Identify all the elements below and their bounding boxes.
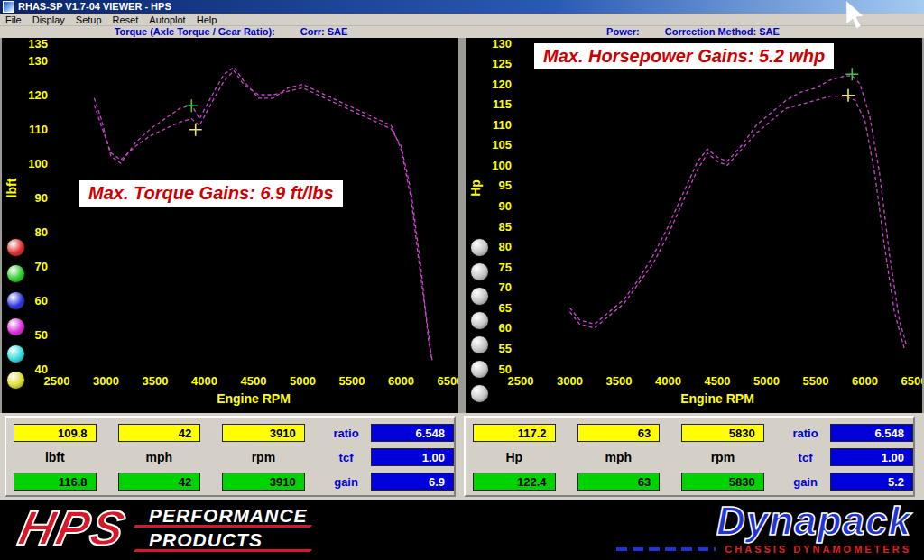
torque-run1-value: 109.8 <box>14 424 97 442</box>
menu-setup[interactable]: Setup <box>70 14 107 26</box>
torque-header: Torque (Axle Torque / Gear Ratio): Corr:… <box>0 26 462 38</box>
power-ratio-label: ratio <box>786 427 826 440</box>
power-run1-row: 117.2 63 5830 ratio 6.548 <box>473 424 913 442</box>
app-icon <box>3 1 14 13</box>
chart-header-strip: Torque (Axle Torque / Gear Ratio): Corr:… <box>0 26 924 38</box>
channel-button[interactable] <box>6 238 25 257</box>
power-mph-header: mph <box>578 450 661 464</box>
hps-wordmark: HPS <box>14 500 132 555</box>
torque-run2-speed: 42 <box>118 473 201 491</box>
torque-header-title: Torque (Axle Torque / Gear Ratio): <box>115 26 275 38</box>
power-run1-rpm: 5830 <box>681 424 764 442</box>
channel-button[interactable] <box>470 360 489 379</box>
power-run2-rpm: 5830 <box>681 473 764 491</box>
channel-button[interactable] <box>6 371 25 390</box>
torque-chart-panel: 1351301201101009080706050402500300035004… <box>2 38 458 413</box>
channel-button[interactable] <box>6 344 25 363</box>
power-rpm-header: rpm <box>681 450 764 464</box>
channel-button[interactable] <box>470 238 489 257</box>
channel-button[interactable] <box>6 291 25 310</box>
power-tcf-value: 1.00 <box>830 448 913 466</box>
torque-run1-row: 109.8 42 3910 ratio 6.548 <box>14 424 454 442</box>
torque-gain-label: gain <box>327 475 366 489</box>
power-chart-panel: 1301251201151101051009590858075706560555… <box>466 38 922 413</box>
torque-channel-buttons <box>2 38 458 413</box>
menu-help[interactable]: Help <box>191 14 223 26</box>
torque-mph-header: mph <box>118 450 201 464</box>
torque-rpm-header: rpm <box>222 450 305 464</box>
torque-run2-value: 116.8 <box>14 473 97 491</box>
power-ratio-value: 6.548 <box>830 424 913 442</box>
power-run1-value: 117.2 <box>473 424 556 442</box>
torque-tcf-label: tcf <box>327 451 366 464</box>
menu-bar: File Display Setup Reset Autoplot Help <box>0 14 924 26</box>
hps-logo: HPS PERFORMANCE PRODUCTS <box>20 500 308 555</box>
power-header-title: Power: <box>606 26 640 38</box>
channel-button[interactable] <box>470 335 489 354</box>
torque-headers-row: lbft mph rpm tcf 1.00 <box>14 448 454 466</box>
torque-ratio-label: ratio <box>327 427 366 440</box>
torque-data-panel: 109.8 42 3910 ratio 6.548 lbft mph rpm t… <box>5 416 456 497</box>
torque-header-corr: Corr: SAE <box>300 26 348 38</box>
power-gain-label: gain <box>786 475 826 489</box>
menu-reset[interactable]: Reset <box>107 14 144 26</box>
dynapack-tagline: CHASSIS DYNAMOMETERS <box>725 544 911 555</box>
hps-performance-text: PERFORMANCE <box>149 503 308 528</box>
logo-strip: HPS PERFORMANCE PRODUCTS Dynapack CHASSI… <box>0 500 924 560</box>
torque-ratio-value: 6.548 <box>371 424 454 442</box>
power-gains-annotation: Max. Horsepower Gains: 5.2 whp <box>534 43 834 69</box>
dynapack-logo: Dynapack CHASSIS DYNAMOMETERS <box>616 500 911 555</box>
title-bar[interactable]: RHAS-SP V1.7-04 VIEWER - HPS <box>0 0 924 14</box>
power-run2-speed: 63 <box>578 473 661 491</box>
power-header-corr: Correction Method: SAE <box>665 26 780 38</box>
power-run2-value: 122.4 <box>473 473 556 491</box>
power-data-panel: 117.2 63 5830 ratio 6.548 Hp mph rpm tcf… <box>464 416 915 497</box>
torque-unit-header: lbft <box>14 450 97 464</box>
torque-run1-speed: 42 <box>118 424 201 442</box>
channel-button[interactable] <box>6 264 25 283</box>
app-window: RHAS-SP V1.7-04 VIEWER - HPS File Displa… <box>0 0 924 560</box>
torque-tcf-value: 1.00 <box>371 448 454 466</box>
channel-button[interactable] <box>470 262 489 281</box>
torque-run2-rpm: 3910 <box>222 473 305 491</box>
power-unit-header: Hp <box>473 450 556 464</box>
torque-gains-annotation: Max. Torque Gains: 6.9 ft/lbs <box>79 180 343 207</box>
chart-area: 1351301201101009080706050402500300035004… <box>0 38 924 413</box>
channel-button[interactable] <box>470 311 489 330</box>
mouse-cursor-icon <box>845 1 870 32</box>
power-headers-row: Hp mph rpm tcf 1.00 <box>473 448 913 466</box>
channel-button[interactable] <box>6 317 25 336</box>
dynapack-stripes <box>616 547 716 551</box>
power-gain-value: 5.2 <box>830 473 913 491</box>
menu-file[interactable]: File <box>0 14 27 26</box>
power-tcf-label: tcf <box>786 451 826 464</box>
torque-run1-rpm: 3910 <box>222 424 305 442</box>
power-channel-buttons <box>466 38 922 413</box>
torque-run2-row: 116.8 42 3910 gain 6.9 <box>14 473 454 491</box>
torque-gain-value: 6.9 <box>371 473 454 491</box>
channel-button[interactable] <box>470 384 489 403</box>
power-run2-row: 122.4 63 5830 gain 5.2 <box>473 473 913 491</box>
data-tables-area: 109.8 42 3910 ratio 6.548 lbft mph rpm t… <box>0 413 924 500</box>
channel-button[interactable] <box>470 287 489 306</box>
window-title: RHAS-SP V1.7-04 VIEWER - HPS <box>18 2 171 12</box>
dynapack-wordmark: Dynapack <box>616 500 911 542</box>
menu-autoplot[interactable]: Autoplot <box>143 14 190 26</box>
power-run1-speed: 63 <box>578 424 661 442</box>
menu-display[interactable]: Display <box>27 14 70 26</box>
hps-products-text: PRODUCTS <box>149 528 308 552</box>
